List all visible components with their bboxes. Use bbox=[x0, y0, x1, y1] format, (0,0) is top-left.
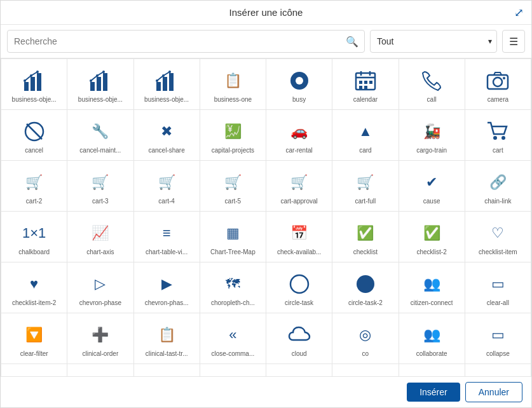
icon-label: cart bbox=[493, 147, 503, 154]
icon-cell[interactable]: ▦Chart-Tree-Map bbox=[200, 212, 266, 262]
icon-symbol: 👥 bbox=[419, 271, 444, 297]
search-input[interactable] bbox=[7, 30, 365, 53]
insert-button[interactable]: Insérer bbox=[407, 383, 460, 402]
icon-cell[interactable]: call bbox=[399, 59, 465, 110]
icon-cell[interactable]: ⌃⌃collapse-group bbox=[67, 364, 133, 376]
icon-cell[interactable]: 📅check-availab... bbox=[266, 212, 332, 262]
icon-symbol: 💹 bbox=[220, 119, 245, 144]
icon-label: business-one bbox=[214, 96, 252, 104]
icon-cell[interactable]: 📋clinical-tast-tr... bbox=[134, 313, 200, 364]
cancel-button[interactable]: Annuler bbox=[465, 382, 522, 402]
icon-cell[interactable]: ◎co bbox=[332, 313, 399, 364]
svg-point-5 bbox=[36, 71, 39, 73]
icon-cell[interactable]: 📊column-chart... bbox=[399, 364, 465, 376]
svg-rect-6 bbox=[90, 82, 95, 91]
icon-cell[interactable]: 🚂cargo-train bbox=[399, 110, 465, 161]
icon-label: chevron-phase bbox=[79, 299, 121, 307]
icon-cell[interactable]: 🛒cart-approval bbox=[266, 161, 332, 212]
search-wrapper: 🔍 bbox=[7, 30, 365, 53]
svg-rect-8 bbox=[103, 73, 107, 91]
icon-label: chart-axis bbox=[86, 248, 114, 256]
svg-line-33 bbox=[27, 124, 42, 139]
icon-cell[interactable]: 🔗chain-link bbox=[465, 161, 531, 212]
icon-cell[interactable]: 🛒cart-4 bbox=[134, 161, 200, 212]
icon-cell[interactable]: business-obje... bbox=[67, 59, 133, 110]
icon-cell[interactable]: 🚗collision bbox=[266, 364, 332, 376]
icon-cell[interactable]: ➕clinical-order bbox=[67, 313, 133, 364]
svg-point-31 bbox=[503, 77, 505, 79]
icon-cell[interactable]: ✖cancel-share bbox=[134, 110, 200, 161]
icon-cell[interactable]: business-obje... bbox=[134, 59, 200, 110]
icon-cell[interactable]: 🔧cancel-maint... bbox=[67, 110, 133, 161]
icon-cell[interactable]: business-obje... bbox=[1, 59, 67, 110]
icon-label: business-obje... bbox=[12, 96, 57, 104]
icon-cell[interactable]: 🛒cart-2 bbox=[1, 161, 67, 212]
svg-point-17 bbox=[168, 71, 171, 73]
icon-symbol: ▲ bbox=[353, 119, 378, 144]
svg-point-16 bbox=[162, 74, 165, 77]
icon-label: close-comma... bbox=[211, 350, 254, 358]
icon-symbol: 🛒 bbox=[22, 170, 47, 195]
icon-cell[interactable]: →combine bbox=[465, 364, 531, 376]
icon-cell[interactable]: color-fill bbox=[332, 364, 399, 376]
icon-symbol: 🗺 bbox=[220, 271, 245, 297]
icon-cell[interactable]: ♥checklist-item-2 bbox=[1, 262, 67, 313]
svg-rect-0 bbox=[24, 82, 29, 91]
icon-cell[interactable]: 🧮collections-m... bbox=[200, 364, 266, 376]
svg-rect-26 bbox=[369, 81, 372, 84]
icon-cell[interactable]: 👥citizen-connect bbox=[399, 262, 465, 313]
icon-cell[interactable]: cloud bbox=[266, 313, 332, 364]
icon-symbol bbox=[287, 322, 312, 348]
icon-cell[interactable]: calendar bbox=[332, 59, 399, 110]
icon-cell[interactable]: ▭clear-all bbox=[465, 262, 531, 313]
icon-label: cancel bbox=[25, 147, 43, 154]
icon-cell[interactable]: ↑collapse-all bbox=[1, 364, 67, 376]
icon-cell[interactable]: «close-comma... bbox=[200, 313, 266, 364]
list-view-button[interactable]: ☰ bbox=[502, 30, 525, 53]
icon-cell[interactable]: ✅checklist-2 bbox=[399, 212, 465, 262]
icon-cell[interactable]: busy bbox=[266, 59, 332, 110]
icon-cell[interactable]: circle-task-2 bbox=[332, 262, 399, 313]
icon-cell[interactable]: 🛒cart-full bbox=[332, 161, 399, 212]
icon-cell[interactable]: cart bbox=[465, 110, 531, 161]
icon-cell[interactable]: 💹capital-projects bbox=[200, 110, 266, 161]
icon-cell[interactable]: 🚗car-rental bbox=[266, 110, 332, 161]
icon-cell[interactable]: 🛒cart-5 bbox=[200, 161, 266, 212]
icon-symbol: ➕ bbox=[88, 322, 113, 348]
icon-symbol bbox=[419, 68, 444, 93]
icon-label: checklist bbox=[353, 248, 378, 256]
icon-cell[interactable]: circle-task bbox=[266, 262, 332, 313]
icon-label: car-rental bbox=[286, 147, 313, 154]
icon-cell[interactable]: 👥collaborate bbox=[399, 313, 465, 364]
icon-cell[interactable]: ▲card bbox=[332, 110, 399, 161]
icon-cell[interactable]: cancel bbox=[1, 110, 67, 161]
icon-cell[interactable]: ≡chart-table-vi... bbox=[134, 212, 200, 262]
icon-symbol bbox=[353, 68, 378, 93]
icon-cell[interactable]: ▷chevron-phase bbox=[67, 262, 133, 313]
svg-point-30 bbox=[493, 78, 502, 86]
expand-icon[interactable]: ⤢ bbox=[514, 6, 524, 20]
icon-cell[interactable]: ✔cause bbox=[399, 161, 465, 212]
icon-cell[interactable]: 1×1chalkboard bbox=[1, 212, 67, 262]
svg-rect-13 bbox=[163, 77, 167, 91]
filter-select[interactable]: Tout Actions Objects People Navigation bbox=[370, 30, 497, 53]
icon-cell[interactable]: 📋business-one bbox=[200, 59, 266, 110]
icon-label: cart-4 bbox=[158, 198, 175, 205]
icon-cell[interactable]: 🛒cart-3 bbox=[67, 161, 133, 212]
icon-label: checklist-2 bbox=[417, 248, 447, 256]
icon-cell[interactable]: 🔽clear-filter bbox=[1, 313, 67, 364]
icon-symbol: ▦ bbox=[220, 221, 245, 246]
icon-cell[interactable]: 📈chart-axis bbox=[67, 212, 133, 262]
icon-cell[interactable]: 💰collections-in... bbox=[134, 364, 200, 376]
icon-label: cloud bbox=[292, 350, 307, 358]
icon-cell[interactable]: camera bbox=[465, 59, 531, 110]
svg-point-19 bbox=[296, 77, 303, 85]
icon-symbol: ♥ bbox=[22, 271, 47, 297]
icon-cell[interactable]: ✅checklist bbox=[332, 212, 399, 262]
icons-grid-container[interactable]: business-obje... business-obje... busine… bbox=[1, 58, 531, 376]
icon-cell[interactable]: 🗺choropleth-ch... bbox=[200, 262, 266, 313]
icon-cell[interactable]: ♡checklist-item bbox=[465, 212, 531, 262]
svg-point-4 bbox=[30, 74, 32, 77]
icon-cell[interactable]: ▭collapse bbox=[465, 313, 531, 364]
icon-cell[interactable]: ▶chevron-phas... bbox=[134, 262, 200, 313]
